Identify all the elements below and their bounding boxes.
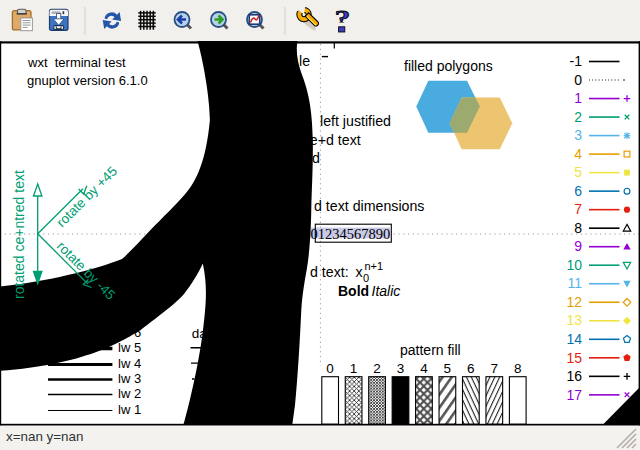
svg-text:Bold: Bold	[338, 283, 369, 299]
svg-text:gnuplot version 6.1.0: gnuplot version 6.1.0	[27, 73, 148, 88]
svg-text:10: 10	[566, 257, 582, 273]
svg-text:wxt terminal test: wxt terminal test	[27, 55, 126, 70]
svg-text:le: le	[299, 53, 310, 69]
svg-text:0: 0	[363, 272, 369, 284]
svg-text:3: 3	[397, 361, 405, 376]
svg-text:8: 8	[574, 220, 582, 236]
svg-text:11: 11	[567, 275, 582, 291]
svg-text:left justified: left justified	[320, 113, 391, 129]
svg-text:lw 3: lw 3	[118, 371, 141, 386]
svg-text:lw 1: lw 1	[118, 402, 141, 417]
svg-text:1: 1	[350, 361, 358, 376]
svg-text:5: 5	[574, 164, 582, 180]
svg-text:2: 2	[373, 361, 381, 376]
svg-text:d text dimensions: d text dimensions	[314, 198, 424, 214]
svg-text:14: 14	[566, 331, 582, 347]
svg-text:15: 15	[566, 350, 582, 366]
svg-text:3: 3	[574, 127, 582, 143]
svg-text:4: 4	[420, 361, 428, 376]
svg-text:2: 2	[574, 109, 582, 125]
svg-text:4: 4	[574, 146, 582, 162]
svg-text:filled polygons: filled polygons	[404, 58, 493, 74]
svg-text:rotate by +45: rotate by +45	[54, 164, 121, 231]
svg-text:12: 12	[566, 294, 582, 310]
svg-text:0: 0	[326, 361, 334, 376]
svg-text:0: 0	[574, 72, 582, 88]
svg-text:13: 13	[566, 312, 582, 328]
svg-text:9: 9	[574, 238, 582, 254]
svg-text:7: 7	[574, 201, 582, 217]
svg-text:6: 6	[467, 361, 475, 376]
svg-text:16: 16	[566, 368, 582, 384]
svg-text:x: x	[356, 264, 363, 280]
svg-text:rotated ce+ntred text: rotated ce+ntred text	[11, 170, 27, 299]
svg-text:lw 4: lw 4	[118, 356, 141, 371]
svg-text:n+1: n+1	[365, 260, 384, 272]
svg-text:-1: -1	[570, 53, 583, 69]
svg-text:pattern fill: pattern fill	[400, 342, 461, 358]
svg-text:8: 8	[514, 361, 522, 376]
svg-text:lw 5: lw 5	[118, 340, 141, 355]
svg-text:lw 2: lw 2	[118, 386, 141, 401]
svg-text:1: 1	[574, 90, 582, 106]
svg-text:7: 7	[490, 361, 498, 376]
svg-text:Italic: Italic	[372, 283, 401, 299]
svg-text:d text:: d text:	[310, 264, 349, 280]
svg-text:5: 5	[444, 361, 452, 376]
svg-text:6: 6	[574, 183, 582, 199]
svg-text:17: 17	[566, 387, 582, 403]
